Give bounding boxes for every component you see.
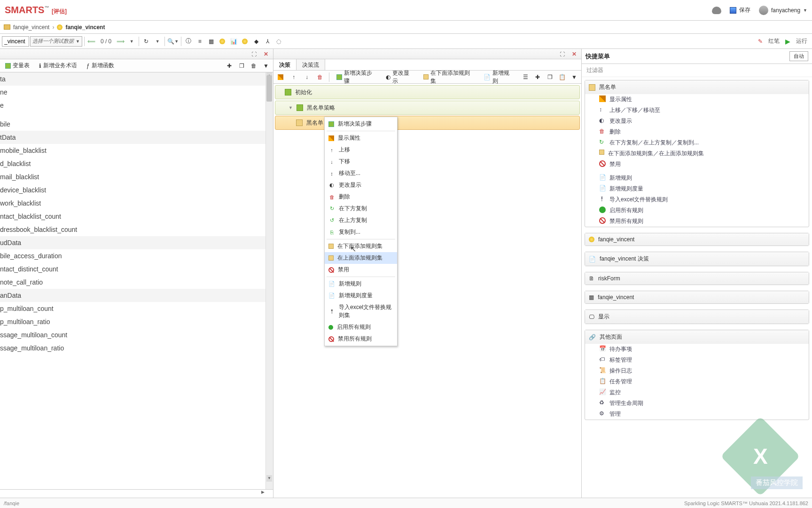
ctx-copy-to[interactable]: ⎘复制到... (325, 226, 397, 238)
quick-show-attr[interactable]: 显示属性 (585, 94, 809, 105)
decision-node[interactable]: ▼ 黑名单策略 (275, 101, 580, 115)
other-task[interactable]: 📋任务管理 (585, 376, 809, 387)
delete-icon[interactable]: 🗑 (249, 61, 259, 71)
expand-icon[interactable]: ⛶ (557, 49, 567, 59)
tree-item[interactable]: ta (0, 72, 273, 86)
tree-item[interactable]: dressbook_blacklist_count (0, 223, 273, 236)
ctx-add-ruleset-below[interactable]: 在下面添加规则集 (325, 240, 397, 252)
var-table-button[interactable]: 变量表 (2, 60, 33, 71)
quick-delete[interactable]: 🗑删除 (585, 127, 809, 137)
up-icon[interactable]: ↑ (289, 72, 299, 82)
list-icon[interactable]: ≡ (195, 36, 205, 47)
expand-icon[interactable]: ⛶ (249, 49, 259, 59)
tree-item[interactable]: ne (0, 86, 273, 99)
tree-item[interactable]: anData (0, 289, 273, 302)
tree-item[interactable] (0, 112, 273, 118)
other-oplog[interactable]: 📜操作日志 (585, 365, 809, 376)
decision-node[interactable]: 初始化 (275, 85, 580, 99)
add-bizrule-button[interactable]: ℹ新增业务术语 (36, 60, 80, 71)
tool-icon1[interactable]: ▦ (206, 36, 216, 47)
ctx-new-step[interactable]: 新增决策步骤 (325, 118, 397, 130)
ctx-disable[interactable]: 禁用 (325, 264, 397, 276)
add-func-button[interactable]: ƒ新增函数 (83, 60, 117, 71)
user-menu[interactable]: fanyacheng ▼ (759, 6, 807, 15)
copy-icon[interactable]: ❐ (236, 61, 247, 71)
tree-item[interactable]: device_blacklist (0, 183, 273, 197)
map-icon[interactable]: ◆ (251, 36, 261, 47)
other-mgr[interactable]: ⚙管理 (585, 409, 809, 420)
info-icon[interactable]: ⓘ (183, 36, 194, 47)
tree-item[interactable]: ntact_distinct_count (0, 262, 273, 276)
ctx-copy-above[interactable]: ↺在上方复制 (325, 214, 397, 226)
ctx-disable-all[interactable]: 禁用所有规则 (325, 333, 397, 345)
refresh-button[interactable]: ↻ (141, 36, 151, 47)
tree-item[interactable]: tData (0, 131, 273, 144)
close-icon[interactable]: ✕ (569, 49, 579, 59)
tree-item[interactable]: udData (0, 236, 273, 249)
other-monitor[interactable]: 📈监控 (585, 387, 809, 398)
tree-item[interactable]: p_multiloan_count (0, 302, 273, 315)
filter-icon[interactable]: ▼ (261, 61, 271, 71)
other-lifecycle[interactable]: ♻管理生命周期 (585, 398, 809, 409)
other-tag[interactable]: 🏷标签管理 (585, 355, 809, 365)
ctx-new-rule[interactable]: 📄新增规则 (325, 278, 397, 290)
breadcrumb-item[interactable]: fanqie_vincent (13, 24, 49, 31)
breadcrumb-item-active[interactable]: fanqie_vincent (65, 24, 105, 31)
bulb-icon[interactable] (217, 36, 227, 47)
down-icon[interactable]: ↓ (302, 72, 312, 82)
ctx-add-ruleset-above[interactable]: 在上面添加规则集 (325, 252, 397, 264)
scroll-down-icon[interactable]: ▼ (266, 475, 272, 482)
ctx-move-up[interactable]: ↑上移 (325, 144, 397, 156)
ctx-change-disp[interactable]: ◐更改显示 (325, 179, 397, 191)
block-head[interactable]: 黑名单 (585, 80, 809, 94)
tree-item[interactable]: e (0, 99, 273, 112)
copy-icon[interactable]: ❐ (545, 72, 555, 82)
ctx-enable-all[interactable]: 启用所有规则 (325, 321, 397, 333)
close-icon[interactable]: ✕ (261, 49, 271, 59)
dropdown-button[interactable]: ▼ (126, 36, 137, 47)
tree-item[interactable]: mobile_blacklist (0, 144, 273, 157)
add-icon[interactable]: ✚ (224, 61, 234, 71)
save-button[interactable]: 保存 (730, 6, 750, 14)
tree-item[interactable]: bile_access_duration (0, 249, 273, 262)
quick-move[interactable]: ↕上移／下移／移动至 (585, 105, 809, 116)
list-icon[interactable]: ☰ (520, 72, 531, 82)
chart-icon[interactable]: 📊 (228, 36, 239, 47)
test-data-select[interactable]: 选择一个测试数据 ▼ (30, 36, 82, 47)
quick-new-rule[interactable]: 📄新增规则 (585, 173, 809, 183)
filter-icon[interactable]: ▼ (569, 72, 579, 82)
var-tree[interactable]: taneebiletDatamobile_blacklistd_blacklis… (0, 72, 273, 489)
context-input[interactable] (2, 36, 29, 47)
scroll-thumb[interactable] (266, 75, 272, 102)
ctx-copy-below[interactable]: ↻在下方复制 (325, 203, 397, 214)
tree-item[interactable]: work_blacklist (0, 197, 273, 210)
bulb-icon2[interactable] (240, 36, 250, 47)
quick-enable-all[interactable]: 启用所有规则 (585, 205, 809, 216)
quick-new-rule-var[interactable]: 📄新增规则度量 (585, 183, 809, 194)
quick-import-excel[interactable]: ⭱导入excel文件替换规则 (585, 194, 809, 205)
quick-block-display[interactable]: 🖵显示 (585, 310, 809, 324)
next-button[interactable]: ⟹ (115, 36, 125, 47)
tab-decision-flow[interactable]: 决策流 (297, 59, 325, 70)
other-todo[interactable]: 📅待办事项 (585, 344, 809, 355)
tab-decision[interactable]: 决策 (273, 59, 297, 70)
quick-block-project2[interactable]: ▦fanqie_vincent (585, 291, 809, 304)
trash-icon[interactable]: 🗑 (315, 72, 325, 82)
quick-copy[interactable]: ↻在下方复制／在上方复制／复制到... (585, 137, 809, 148)
edit-icon[interactable] (275, 72, 286, 82)
ctx-import-excel[interactable]: ⭱导入excel文件替换规则集 (325, 302, 397, 321)
quick-block-decision[interactable]: 📄fanqie_vincent 决策 (585, 252, 809, 266)
tree-item[interactable]: ssage_multiloan_ratio (0, 341, 273, 355)
quick-disable-all[interactable]: 禁用所有规则 (585, 216, 809, 227)
quick-change-disp[interactable]: ◐更改显示 (585, 116, 809, 127)
tree-item[interactable]: p_multiloan_ratio (0, 315, 273, 328)
circle-icon[interactable]: ◌ (273, 36, 284, 47)
tree-item[interactable]: ssage_multiloan_count (0, 328, 273, 341)
quick-add-ruleset[interactable]: 在下面添加规则集／在上面添加规则集 (585, 148, 809, 159)
ctx-new-rule-var[interactable]: 📄新增规则度量 (325, 290, 397, 302)
run-button[interactable]: 运行 (793, 37, 810, 45)
hscroll[interactable]: ▶ (0, 489, 273, 498)
redpen-button[interactable]: 红笔 (765, 37, 782, 45)
scrollbar[interactable]: ▲ ▼ (265, 72, 273, 489)
quick-disable[interactable]: 禁用 (585, 159, 809, 170)
